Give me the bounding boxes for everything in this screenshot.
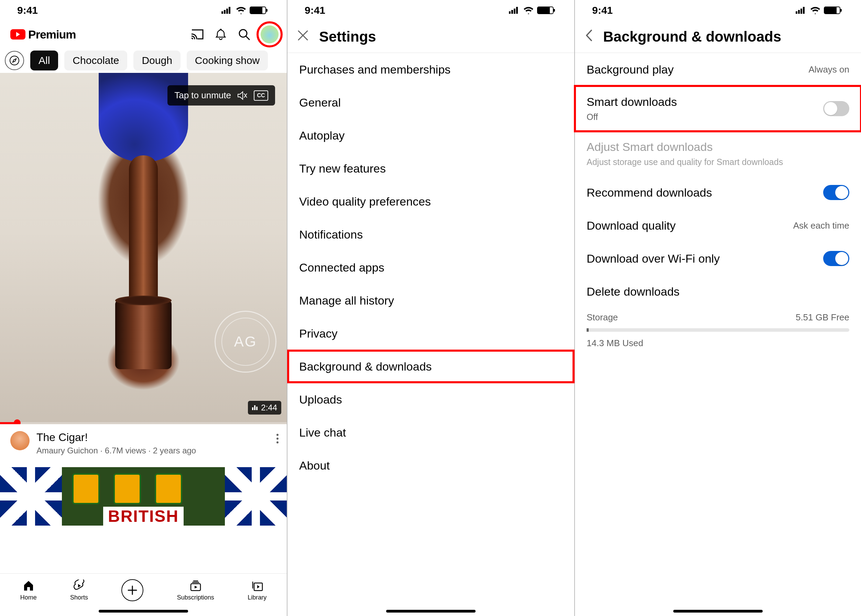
search-icon[interactable] <box>237 27 251 41</box>
nav-library-label: Library <box>247 594 266 601</box>
watermark-icon: AG <box>214 311 277 372</box>
shorts-icon <box>72 579 86 592</box>
smart-downloads-toggle[interactable] <box>823 101 849 116</box>
settings-item-live-chat[interactable]: Live chat <box>288 416 574 449</box>
bg-downloads-header: Background & downloads <box>575 20 861 53</box>
recommend-downloads-toggle[interactable] <box>823 185 849 200</box>
settings-item-about[interactable]: About <box>288 449 574 482</box>
wifi-icon <box>236 6 246 14</box>
battery-icon <box>537 6 554 14</box>
library-icon <box>250 579 264 592</box>
settings-header: Settings <box>288 20 574 53</box>
chip-chocolate[interactable]: Chocolate <box>64 50 127 71</box>
video-info-row[interactable]: The Cigar! Amaury Guichon · 6.7M views ·… <box>0 424 287 459</box>
row-recommend-downloads[interactable]: Recommend downloads <box>575 176 861 209</box>
chip-all[interactable]: All <box>30 50 58 71</box>
back-icon[interactable] <box>584 28 593 46</box>
storage-used: 14.3 MB Used <box>587 338 849 349</box>
settings-item-try-new[interactable]: Try new features <box>288 152 574 185</box>
home-indicator <box>673 610 763 613</box>
smart-downloads-sub: Off <box>587 112 677 122</box>
muted-speaker-icon <box>237 91 247 101</box>
download-quality-label: Download quality <box>587 219 676 233</box>
video-thumbnail-2[interactable]: BRITISH <box>0 467 287 526</box>
progress-bar[interactable] <box>0 422 287 424</box>
row-download-quality[interactable]: Download quality Ask each time <box>575 209 861 242</box>
home-indicator <box>99 610 188 613</box>
create-button[interactable] <box>121 579 143 601</box>
settings-item-uploads[interactable]: Uploads <box>288 383 574 416</box>
row-download-wifi-only[interactable]: Download over Wi-Fi only <box>575 242 861 275</box>
cast-icon[interactable] <box>190 27 204 41</box>
status-bar: 9:41 <box>0 0 287 20</box>
unmute-button[interactable]: Tap to unmute CC <box>167 85 275 105</box>
settings-item-purchases[interactable]: Purchases and memberships <box>288 53 574 86</box>
cc-badge: CC <box>254 90 268 101</box>
smart-downloads-label: Smart downloads <box>587 95 677 108</box>
nav-home-label: Home <box>20 594 37 601</box>
youtube-logo[interactable]: Premium <box>10 28 76 41</box>
settings-title: Settings <box>319 28 376 45</box>
svg-point-2 <box>10 56 19 65</box>
storage-bar <box>587 328 849 332</box>
settings-item-connected[interactable]: Connected apps <box>288 251 574 284</box>
cellular-icon <box>222 7 233 14</box>
row-adjust-smart-downloads: Adjust Smart downloads Adjust storage us… <box>575 131 861 176</box>
nav-home[interactable]: Home <box>20 579 37 601</box>
chip-dough[interactable]: Dough <box>134 50 180 71</box>
close-icon[interactable] <box>297 29 309 44</box>
nav-shorts-label: Shorts <box>70 594 88 601</box>
app-header: Premium <box>0 20 287 48</box>
battery-icon <box>250 6 266 14</box>
nav-library[interactable]: Library <box>247 579 266 601</box>
status-bar: 9:41 <box>575 0 861 20</box>
youtube-play-icon <box>10 29 25 39</box>
nav-subscriptions-label: Subscriptions <box>177 594 214 601</box>
bell-icon[interactable] <box>214 27 228 41</box>
unmute-label: Tap to unmute <box>174 90 231 101</box>
settings-item-video-quality[interactable]: Video quality preferences <box>288 185 574 218</box>
chip-cooking-show[interactable]: Cooking show <box>187 50 268 71</box>
bg-downloads-title: Background & downloads <box>603 28 781 45</box>
battery-icon <box>824 6 841 14</box>
home-indicator <box>386 610 475 613</box>
cellular-icon <box>509 7 520 14</box>
explore-icon[interactable] <box>5 51 24 70</box>
nav-shorts[interactable]: Shorts <box>70 579 88 601</box>
status-time: 9:41 <box>592 5 613 16</box>
cellular-icon <box>796 7 807 14</box>
duration-text: 2:44 <box>261 403 277 413</box>
storage-free: 5.51 GB Free <box>796 312 849 323</box>
account-avatar[interactable] <box>261 25 279 43</box>
status-time: 9:41 <box>17 5 38 16</box>
settings-item-background-downloads[interactable]: Background & downloads <box>288 350 574 383</box>
home-icon <box>22 579 35 592</box>
settings-item-privacy[interactable]: Privacy <box>288 317 574 350</box>
channel-avatar[interactable] <box>10 431 30 450</box>
highlight-smart-downloads: Smart downloads Off <box>575 86 861 131</box>
adjust-smart-sub: Adjust storage use and quality for Smart… <box>587 157 783 167</box>
adjust-smart-label: Adjust Smart downloads <box>587 140 783 154</box>
status-bar: 9:41 <box>288 0 574 20</box>
settings-item-general[interactable]: General <box>288 86 574 119</box>
settings-list: Purchases and memberships General Autopl… <box>288 53 574 482</box>
storage-label: Storage <box>587 312 618 323</box>
settings-item-history[interactable]: Manage all history <box>288 284 574 317</box>
row-background-play[interactable]: Background play Always on <box>575 53 861 86</box>
row-smart-downloads[interactable]: Smart downloads Off <box>575 92 861 125</box>
thumb2-title-overlay: BRITISH <box>103 507 184 526</box>
nav-subscriptions[interactable]: Subscriptions <box>177 579 214 601</box>
more-icon[interactable] <box>277 431 280 443</box>
chip-bar: All Chocolate Dough Cooking show <box>0 48 287 73</box>
recommend-downloads-label: Recommend downloads <box>587 186 712 200</box>
wifi-icon <box>810 6 820 14</box>
wifi-icon <box>523 6 534 14</box>
settings-item-autoplay[interactable]: Autoplay <box>288 119 574 152</box>
delete-downloads-label: Delete downloads <box>587 285 680 299</box>
download-quality-value: Ask each time <box>793 220 849 231</box>
bg-play-value: Always on <box>809 64 850 75</box>
video-thumbnail[interactable]: AG Tap to unmute CC 2:44 <box>0 73 287 424</box>
wifi-only-toggle[interactable] <box>823 251 849 266</box>
settings-item-notifications[interactable]: Notifications <box>288 218 574 251</box>
row-delete-downloads[interactable]: Delete downloads <box>575 275 861 308</box>
